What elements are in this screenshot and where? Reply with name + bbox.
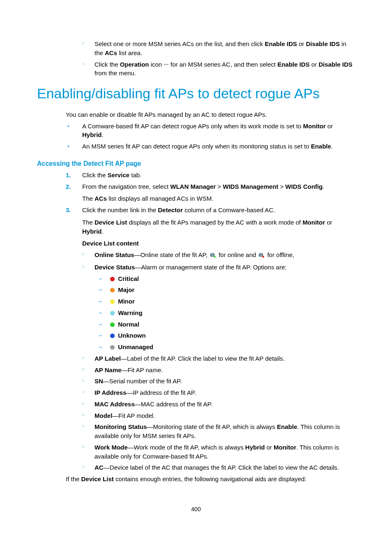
step-item: From the navigation tree, select WLAN Ma… (66, 182, 355, 204)
step-subline: The Device List displays all the fit APs… (82, 218, 355, 236)
ac-item: AC—Device label of the AC that manages t… (82, 463, 355, 472)
svg-rect-5 (260, 254, 262, 255)
status-options-list: Critical Major Minor Warning Normal Unkn… (37, 274, 355, 352)
ellipsis-icon: ••• (164, 62, 168, 67)
list-item: AP Name—Fit AP name. (82, 366, 355, 375)
svg-rect-6 (260, 255, 262, 256)
status-dot-icon (110, 288, 115, 292)
status-dot-icon (110, 277, 115, 281)
device-list-details: Online Status—Online state of the fit AP… (37, 250, 355, 272)
list-item: SN—Serial number of the fit AP. (82, 377, 355, 386)
list-item: An MSM series fit AP can detect rogue AP… (66, 142, 355, 151)
intro-paragraph: You can enable or disable fit APs manage… (66, 110, 355, 119)
status-option: Unmanaged (99, 343, 355, 352)
status-option: Warning (99, 308, 355, 317)
svg-point-7 (262, 255, 264, 257)
ap-offline-icon (258, 251, 265, 260)
device-list-details-cont: AP Label—Label of the fit AP. Click the … (37, 354, 355, 472)
continuation-list: Select one or more MSM series ACs on the… (37, 39, 355, 78)
steps-list: Click the Service tab.From the navigatio… (37, 171, 355, 248)
svg-point-3 (214, 255, 216, 257)
online-status-item: Online Status—Online state of the fit AP… (82, 250, 355, 260)
closing-paragraph: If the Device List contains enough entri… (66, 475, 355, 484)
step-subline: The ACs list displays all managed ACs in… (82, 194, 355, 203)
svg-rect-1 (211, 254, 214, 255)
list-item: Click the Operation icon ••• for an MSM … (82, 60, 355, 78)
document-page: Select one or more MSM series ACs on the… (0, 0, 392, 533)
list-item: IP Address—IP address of the fit AP. (82, 388, 355, 397)
status-option: Minor (99, 297, 355, 306)
ap-online-icon (210, 251, 216, 260)
list-item: MAC Address—MAC address of the fit AP. (82, 400, 355, 409)
step-item: Click the number link in the Detector co… (66, 206, 355, 248)
device-status-item: Device Status—Alarm or management state … (82, 263, 355, 272)
svg-rect-2 (211, 255, 214, 256)
list-item: AP Label—Label of the fit AP. Click the … (82, 354, 355, 363)
status-option: Major (99, 285, 355, 294)
section-subhead: Accessing the Detect Fit AP page (37, 160, 355, 167)
list-item: Model—Fit AP model. (82, 411, 355, 420)
page-title: Enabling/disabling fit APs to detect rog… (37, 85, 355, 102)
list-item: A Comware-based fit AP can detect rogue … (66, 122, 355, 140)
status-dot-icon (110, 311, 115, 315)
page-number: 400 (0, 506, 392, 512)
step-item: Click the Service tab. (66, 171, 355, 180)
status-dot-icon (110, 345, 115, 350)
status-dot-icon (110, 334, 115, 338)
mode-bullet-list: A Comware-based fit AP can detect rogue … (37, 122, 355, 151)
status-dot-icon (110, 299, 115, 304)
status-option: Unknown (99, 331, 355, 340)
work-mode-item: Work Mode—Work mode of the fit AP, which… (82, 443, 355, 461)
list-item: Select one or more MSM series ACs on the… (82, 39, 355, 58)
step-subline: Device List content (82, 239, 355, 248)
status-dot-icon (110, 322, 115, 327)
status-option: Critical (99, 274, 355, 283)
status-option: Normal (99, 320, 355, 329)
monitoring-status-item: Monitoring Status—Monitoring state of th… (82, 422, 355, 440)
